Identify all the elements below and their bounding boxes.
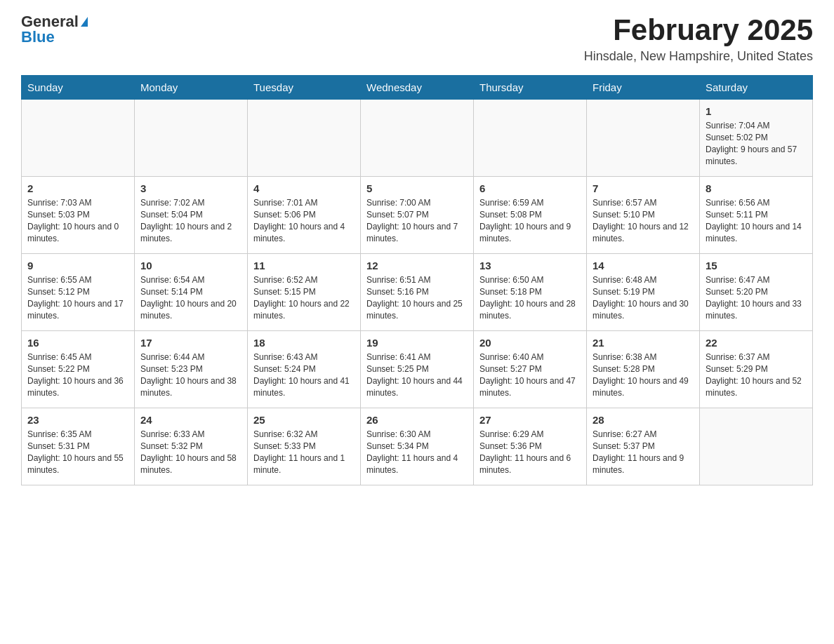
day-cell: 25Sunrise: 6:32 AMSunset: 5:33 PMDayligh… (248, 408, 361, 485)
day-number: 20 (479, 335, 581, 350)
logo: General Blue (21, 14, 88, 45)
location-title: Hinsdale, New Hampshire, United States (584, 49, 813, 64)
day-info: Sunrise: 6:41 AMSunset: 5:25 PMDaylight:… (366, 351, 468, 398)
day-number: 27 (479, 412, 581, 427)
day-cell: 22Sunrise: 6:37 AMSunset: 5:29 PMDayligh… (700, 331, 813, 408)
day-info: Sunrise: 6:57 AMSunset: 5:10 PMDaylight:… (593, 197, 694, 244)
day-info: Sunrise: 7:00 AMSunset: 5:07 PMDaylight:… (366, 197, 468, 244)
day-info: Sunrise: 6:33 AMSunset: 5:32 PMDaylight:… (140, 429, 241, 476)
day-info: Sunrise: 6:54 AMSunset: 5:14 PMDaylight:… (140, 274, 241, 321)
day-number: 2 (27, 181, 128, 196)
day-cell (700, 408, 813, 485)
week-row-1: 2Sunrise: 7:03 AMSunset: 5:03 PMDaylight… (22, 177, 813, 254)
day-info: Sunrise: 6:47 AMSunset: 5:20 PMDaylight:… (706, 274, 807, 321)
day-info: Sunrise: 7:03 AMSunset: 5:03 PMDaylight:… (27, 197, 128, 244)
day-number: 16 (27, 335, 128, 350)
day-info: Sunrise: 6:40 AMSunset: 5:27 PMDaylight:… (479, 351, 581, 398)
header-cell-friday: Friday (587, 76, 700, 100)
day-number: 6 (479, 181, 581, 196)
day-number: 18 (253, 335, 355, 350)
day-cell (474, 100, 587, 177)
page-header: General Blue February 2025 Hinsdale, New… (21, 14, 813, 64)
day-cell: 4Sunrise: 7:01 AMSunset: 5:06 PMDaylight… (248, 177, 361, 254)
header-cell-sunday: Sunday (22, 76, 135, 100)
day-info: Sunrise: 6:45 AMSunset: 5:22 PMDaylight:… (27, 351, 128, 398)
day-number: 28 (593, 412, 694, 427)
header-cell-tuesday: Tuesday (248, 76, 361, 100)
day-info: Sunrise: 6:38 AMSunset: 5:28 PMDaylight:… (593, 351, 694, 398)
day-info: Sunrise: 6:56 AMSunset: 5:11 PMDaylight:… (706, 197, 807, 244)
day-cell: 18Sunrise: 6:43 AMSunset: 5:24 PMDayligh… (248, 331, 361, 408)
day-cell: 2Sunrise: 7:03 AMSunset: 5:03 PMDaylight… (22, 177, 135, 254)
week-row-3: 16Sunrise: 6:45 AMSunset: 5:22 PMDayligh… (22, 331, 813, 408)
day-number: 21 (593, 335, 694, 350)
day-info: Sunrise: 6:44 AMSunset: 5:23 PMDaylight:… (140, 351, 241, 398)
day-number: 13 (479, 258, 581, 273)
day-cell (135, 100, 248, 177)
day-cell: 3Sunrise: 7:02 AMSunset: 5:04 PMDaylight… (135, 177, 248, 254)
header-cell-wednesday: Wednesday (361, 76, 474, 100)
day-number: 23 (27, 412, 128, 427)
day-cell (248, 100, 361, 177)
day-number: 25 (253, 412, 355, 427)
header-row: SundayMondayTuesdayWednesdayThursdayFrid… (22, 76, 813, 100)
day-number: 1 (706, 104, 807, 119)
day-cell: 24Sunrise: 6:33 AMSunset: 5:32 PMDayligh… (135, 408, 248, 485)
day-number: 24 (140, 412, 241, 427)
header-cell-monday: Monday (135, 76, 248, 100)
logo-general: General (21, 14, 79, 29)
calendar-table: SundayMondayTuesdayWednesdayThursdayFrid… (21, 75, 813, 485)
day-cell: 28Sunrise: 6:27 AMSunset: 5:37 PMDayligh… (587, 408, 700, 485)
day-info: Sunrise: 6:51 AMSunset: 5:16 PMDaylight:… (366, 274, 468, 321)
day-info: Sunrise: 6:59 AMSunset: 5:08 PMDaylight:… (479, 197, 581, 244)
day-number: 14 (593, 258, 694, 273)
day-info: Sunrise: 7:04 AMSunset: 5:02 PMDaylight:… (706, 120, 807, 167)
logo-blue: Blue (21, 29, 55, 45)
day-cell: 12Sunrise: 6:51 AMSunset: 5:16 PMDayligh… (361, 254, 474, 331)
day-number: 8 (706, 181, 807, 196)
header-cell-saturday: Saturday (700, 76, 813, 100)
day-cell: 8Sunrise: 6:56 AMSunset: 5:11 PMDaylight… (700, 177, 813, 254)
day-number: 4 (253, 181, 355, 196)
day-info: Sunrise: 6:35 AMSunset: 5:31 PMDaylight:… (27, 429, 128, 476)
day-cell: 15Sunrise: 6:47 AMSunset: 5:20 PMDayligh… (700, 254, 813, 331)
day-info: Sunrise: 6:48 AMSunset: 5:19 PMDaylight:… (593, 274, 694, 321)
day-cell (22, 100, 135, 177)
day-number: 10 (140, 258, 241, 273)
logo-arrow-icon (81, 17, 88, 27)
day-cell: 26Sunrise: 6:30 AMSunset: 5:34 PMDayligh… (361, 408, 474, 485)
day-info: Sunrise: 6:29 AMSunset: 5:36 PMDaylight:… (479, 429, 581, 476)
day-cell: 1Sunrise: 7:04 AMSunset: 5:02 PMDaylight… (700, 100, 813, 177)
day-info: Sunrise: 6:43 AMSunset: 5:24 PMDaylight:… (253, 351, 355, 398)
day-cell: 13Sunrise: 6:50 AMSunset: 5:18 PMDayligh… (474, 254, 587, 331)
day-number: 15 (706, 258, 807, 273)
week-row-2: 9Sunrise: 6:55 AMSunset: 5:12 PMDaylight… (22, 254, 813, 331)
month-title: February 2025 (584, 14, 813, 46)
day-number: 22 (706, 335, 807, 350)
day-info: Sunrise: 6:37 AMSunset: 5:29 PMDaylight:… (706, 351, 807, 398)
day-cell: 19Sunrise: 6:41 AMSunset: 5:25 PMDayligh… (361, 331, 474, 408)
day-cell: 6Sunrise: 6:59 AMSunset: 5:08 PMDaylight… (474, 177, 587, 254)
day-cell: 23Sunrise: 6:35 AMSunset: 5:31 PMDayligh… (22, 408, 135, 485)
day-number: 19 (366, 335, 468, 350)
day-info: Sunrise: 7:01 AMSunset: 5:06 PMDaylight:… (253, 197, 355, 244)
day-cell: 11Sunrise: 6:52 AMSunset: 5:15 PMDayligh… (248, 254, 361, 331)
day-info: Sunrise: 6:30 AMSunset: 5:34 PMDaylight:… (366, 429, 468, 476)
week-row-4: 23Sunrise: 6:35 AMSunset: 5:31 PMDayligh… (22, 408, 813, 485)
day-cell: 17Sunrise: 6:44 AMSunset: 5:23 PMDayligh… (135, 331, 248, 408)
day-cell: 21Sunrise: 6:38 AMSunset: 5:28 PMDayligh… (587, 331, 700, 408)
week-row-0: 1Sunrise: 7:04 AMSunset: 5:02 PMDaylight… (22, 100, 813, 177)
day-number: 3 (140, 181, 241, 196)
day-cell: 20Sunrise: 6:40 AMSunset: 5:27 PMDayligh… (474, 331, 587, 408)
day-info: Sunrise: 6:50 AMSunset: 5:18 PMDaylight:… (479, 274, 581, 321)
day-cell: 5Sunrise: 7:00 AMSunset: 5:07 PMDaylight… (361, 177, 474, 254)
day-cell: 14Sunrise: 6:48 AMSunset: 5:19 PMDayligh… (587, 254, 700, 331)
day-info: Sunrise: 6:55 AMSunset: 5:12 PMDaylight:… (27, 274, 128, 321)
title-block: February 2025 Hinsdale, New Hampshire, U… (584, 14, 813, 64)
day-cell: 9Sunrise: 6:55 AMSunset: 5:12 PMDaylight… (22, 254, 135, 331)
day-cell: 27Sunrise: 6:29 AMSunset: 5:36 PMDayligh… (474, 408, 587, 485)
day-number: 26 (366, 412, 468, 427)
day-number: 5 (366, 181, 468, 196)
day-info: Sunrise: 6:52 AMSunset: 5:15 PMDaylight:… (253, 274, 355, 321)
day-info: Sunrise: 6:32 AMSunset: 5:33 PMDaylight:… (253, 429, 355, 476)
